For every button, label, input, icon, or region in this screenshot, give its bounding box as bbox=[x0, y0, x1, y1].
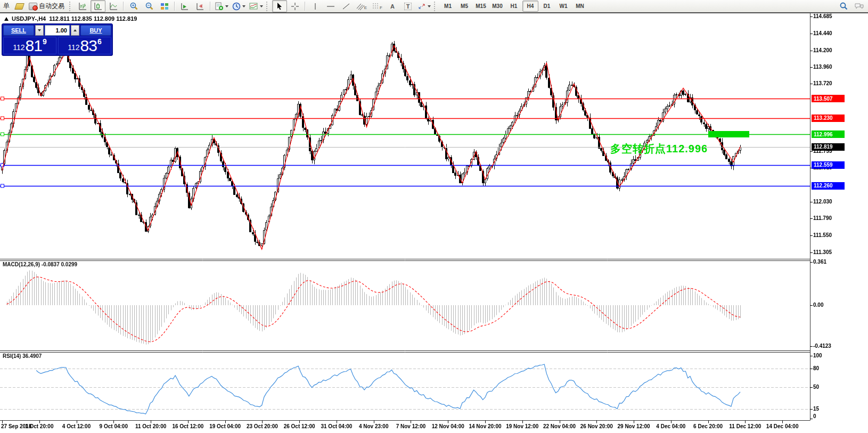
toolbar-grip[interactable] bbox=[69, 2, 72, 11]
line-chart-button[interactable] bbox=[106, 0, 121, 12]
tile-windows-icon bbox=[160, 2, 169, 11]
price-tick-label: 113.960 bbox=[813, 64, 832, 70]
main-toolbar: 单 自动交易 bbox=[0, 0, 868, 13]
macd-label: MACD(12,26,9) -0.0837 0.0299 bbox=[3, 262, 77, 267]
macd-tick-label: -0.4123 bbox=[813, 343, 831, 349]
rsi-tick-label: 0 bbox=[813, 413, 816, 419]
crosshair-icon bbox=[291, 2, 299, 11]
timeframe-d1[interactable]: D1 bbox=[539, 1, 555, 12]
timeframe-h1[interactable]: H1 bbox=[506, 1, 522, 12]
sell-price-pip: 9 bbox=[43, 37, 47, 46]
timeframe-w1[interactable]: W1 bbox=[555, 1, 571, 12]
time-tick-label: 1 Oct 20:00 bbox=[25, 423, 53, 429]
period-button[interactable] bbox=[231, 0, 247, 12]
crosshair-button[interactable] bbox=[288, 0, 302, 12]
arrows-icon bbox=[417, 2, 426, 11]
chart-canvas[interactable] bbox=[0, 13, 868, 433]
timeframe-m5[interactable]: M5 bbox=[456, 1, 472, 12]
fibonacci-icon bbox=[372, 2, 380, 11]
time-tick-label: 11 Oct 20:00 bbox=[135, 423, 166, 429]
volume-field[interactable]: 1.00 bbox=[45, 25, 70, 36]
buy-price-prefix: 112 bbox=[68, 43, 79, 52]
text-button[interactable]: A bbox=[385, 0, 400, 12]
bar-chart-button[interactable] bbox=[75, 0, 90, 12]
price-tick-label: 111.550 bbox=[813, 232, 832, 238]
time-tick-label: 6 Dec 20:00 bbox=[693, 423, 723, 429]
time-tick-label: 19 Nov 12:00 bbox=[506, 423, 538, 429]
rsi-tick-label: 15 bbox=[813, 406, 819, 412]
toolbar-separator bbox=[123, 2, 124, 11]
toolbar-separator bbox=[305, 2, 306, 11]
dropdown-caret-icon bbox=[260, 5, 263, 7]
text-label-button[interactable]: T bbox=[400, 0, 415, 12]
bar-chart-icon bbox=[78, 2, 87, 11]
sell-price-display[interactable]: 112 81 9 bbox=[3, 37, 56, 54]
new-order-button[interactable] bbox=[12, 0, 27, 12]
zoom-out-button[interactable] bbox=[142, 0, 157, 12]
one-click-trading-panel: SELL 1.00 BUY 112 81 9 112 83 6 bbox=[2, 23, 113, 56]
chat-icon bbox=[854, 2, 864, 11]
rsi-label: RSI(14) 36.4907 bbox=[3, 353, 42, 359]
cursor-icon bbox=[276, 2, 283, 10]
time-tick-label: 7 Nov 12:00 bbox=[396, 423, 426, 429]
toolbar-grip[interactable] bbox=[434, 2, 437, 11]
chart-title-bar: USDJPY-,H4 112.811 112.835 112.809 112.8… bbox=[4, 15, 137, 22]
macd-name: MACD(12,26,9) bbox=[3, 262, 40, 267]
sell-button[interactable]: SELL bbox=[3, 25, 34, 36]
volume-increase-button[interactable] bbox=[71, 25, 79, 36]
horizontal-line-button[interactable] bbox=[323, 0, 338, 12]
price-tick-label: 114.200 bbox=[813, 47, 832, 53]
zoom-in-button[interactable] bbox=[126, 0, 141, 12]
zoom-in-icon bbox=[129, 2, 138, 11]
auto-scroll-icon bbox=[181, 2, 189, 11]
indicators-button[interactable] bbox=[248, 0, 265, 12]
mt4-window: 单 自动交易 bbox=[0, 0, 868, 433]
candlestick-chart-button[interactable] bbox=[91, 0, 105, 12]
rsi-tick-label: 80 bbox=[813, 365, 819, 371]
turning-point-annotation[interactable]: 多空转折点112.996 bbox=[610, 142, 708, 156]
vertical-line-button[interactable] bbox=[308, 0, 323, 12]
search-button[interactable] bbox=[836, 0, 851, 12]
chat-button[interactable] bbox=[851, 0, 866, 12]
buy-button[interactable]: BUY bbox=[80, 25, 111, 36]
buy-price-display[interactable]: 112 83 6 bbox=[58, 37, 111, 54]
timeframe-h4[interactable]: H4 bbox=[522, 1, 538, 12]
timeframe-m30[interactable]: M30 bbox=[489, 1, 505, 12]
time-tick-label: 12 Nov 04:00 bbox=[432, 423, 464, 429]
time-tick-label: 23 Oct 20:00 bbox=[247, 423, 278, 429]
macd-values: -0.0837 0.0299 bbox=[42, 262, 77, 267]
auto-scroll-button[interactable] bbox=[177, 0, 192, 12]
timeframe-m15[interactable]: M15 bbox=[473, 1, 489, 12]
collapse-icon[interactable] bbox=[4, 17, 9, 21]
arrows-button[interactable] bbox=[416, 0, 432, 12]
price-tick-label: 111.305 bbox=[813, 249, 832, 255]
toolbar-grip[interactable] bbox=[266, 2, 269, 11]
equidistant-channel-button[interactable]: E bbox=[354, 0, 369, 12]
price-line-badge: 113.507 bbox=[812, 95, 845, 102]
turning-point-highlight-bar[interactable] bbox=[708, 131, 749, 137]
new-chart-button[interactable] bbox=[213, 0, 230, 12]
autotrading-button[interactable]: 自动交易 bbox=[27, 0, 68, 12]
timeframe-mn[interactable]: MN bbox=[572, 1, 588, 12]
rsi-name: RSI(14) bbox=[3, 353, 21, 359]
orders-label-partial[interactable]: 单 bbox=[2, 2, 11, 11]
toolbar-separator bbox=[210, 2, 211, 11]
chart-shift-button[interactable] bbox=[193, 0, 208, 12]
time-tick-label: 11 Dec 12:00 bbox=[729, 423, 761, 429]
fibonacci-button[interactable]: F bbox=[370, 0, 384, 12]
price-tick-label: 112.030 bbox=[813, 199, 832, 205]
cursor-button[interactable] bbox=[272, 0, 287, 12]
price-line-badge: 112.819 bbox=[812, 143, 845, 151]
time-tick-label: 22 Nov 04:00 bbox=[543, 423, 576, 429]
zoom-out-icon bbox=[145, 2, 154, 11]
new-chart-icon bbox=[215, 2, 224, 11]
dropdown-caret-icon bbox=[225, 5, 228, 7]
volume-decrease-button[interactable] bbox=[35, 25, 44, 36]
buy-price-big: 83 bbox=[80, 38, 97, 53]
timeframe-m1[interactable]: M1 bbox=[440, 1, 456, 12]
trendline-button[interactable] bbox=[339, 0, 354, 12]
tile-windows-button[interactable] bbox=[157, 0, 172, 12]
price-tick-label: 114.685 bbox=[813, 13, 832, 19]
new-order-icon bbox=[14, 3, 24, 10]
macd-tick-label: 0.361 bbox=[813, 259, 826, 265]
